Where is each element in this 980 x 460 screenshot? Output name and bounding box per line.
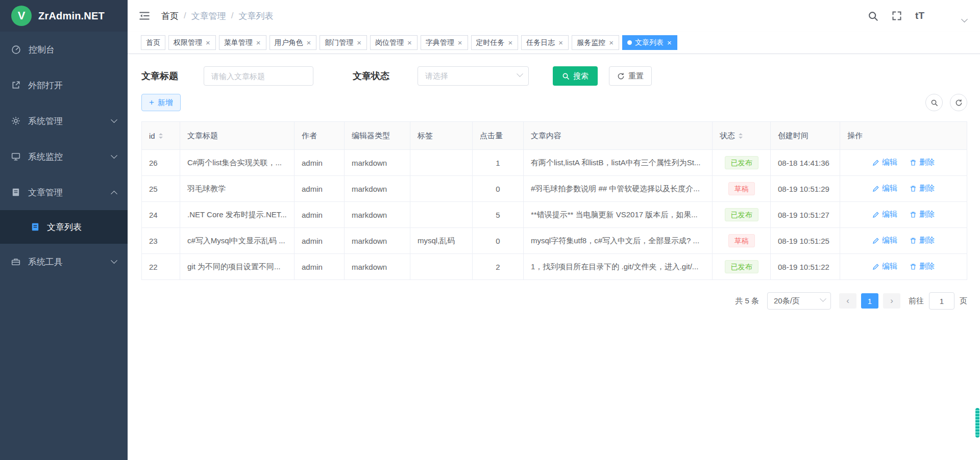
column-header[interactable]: 点击量 (473, 122, 524, 150)
font-size-icon[interactable]: tT (915, 10, 924, 21)
table-row[interactable]: 25 羽毛球教学 admin markdown 0 #羽毛球拍参数说明 ## 中… (142, 176, 967, 202)
tab[interactable]: 部门管理 × (320, 35, 367, 50)
sidebar-item-system-management[interactable]: 系统管理 (0, 103, 128, 139)
tab-label: 文章列表 (635, 38, 664, 47)
search-icon[interactable] (868, 11, 878, 21)
page-number-button[interactable]: 1 (861, 293, 878, 309)
article-title-input[interactable] (204, 66, 313, 86)
close-icon[interactable]: × (457, 39, 463, 46)
edit-button[interactable]: 编辑 (872, 210, 897, 219)
delete-label: 删除 (919, 236, 935, 245)
delete-button[interactable]: 删除 (910, 158, 935, 167)
column-header[interactable]: id (142, 122, 180, 150)
external-link-icon (11, 81, 20, 90)
column-label: 文章内容 (531, 131, 561, 141)
toggle-search-button[interactable] (925, 94, 943, 111)
breadcrumb-home[interactable]: 首页 (161, 10, 179, 22)
page-content: 文章标题 文章状态 请选择 搜索 重置 + (128, 54, 980, 460)
reset-button[interactable]: 重置 (609, 66, 652, 86)
tab[interactable]: 定时任务 × (471, 35, 519, 50)
edit-label: 编辑 (882, 158, 897, 167)
tab[interactable]: 任务日志 × (521, 35, 569, 50)
sidebar-item-external[interactable]: 外部打开 (0, 67, 128, 103)
column-header[interactable]: 创建时间 (771, 122, 840, 150)
avatar[interactable] (938, 5, 959, 27)
cell-title: 羽毛球教学 (180, 176, 295, 202)
delete-button[interactable]: 删除 (910, 236, 935, 245)
chevron-down-icon (820, 295, 826, 302)
close-icon[interactable]: × (356, 39, 362, 46)
select-placeholder: 请选择 (425, 71, 448, 81)
tab[interactable]: 菜单管理 × (219, 35, 266, 50)
next-page-button[interactable]: › (883, 293, 900, 309)
topbar: 首页 / 文章管理 / 文章列表 tT (128, 0, 980, 32)
sidebar-fold-icon[interactable] (139, 11, 150, 21)
search-button[interactable]: 搜索 (553, 66, 598, 86)
delete-button[interactable]: 删除 (910, 262, 935, 271)
close-icon[interactable]: × (256, 39, 261, 46)
sidebar-item-label: 外部打开 (28, 80, 63, 91)
tab[interactable]: 首页 (141, 35, 165, 50)
close-icon[interactable]: × (508, 39, 513, 46)
article-status-select[interactable]: 请选择 (418, 66, 529, 86)
column-header[interactable]: 操作 (840, 122, 967, 150)
edit-button[interactable]: 编辑 (872, 158, 897, 167)
cell-author: admin (295, 176, 345, 202)
page-size-select[interactable]: 20条/页 (767, 292, 831, 310)
close-icon[interactable]: × (407, 39, 412, 46)
delete-label: 删除 (919, 262, 935, 271)
sidebar-item-dashboard[interactable]: 控制台 (0, 32, 128, 67)
close-icon[interactable]: × (306, 39, 312, 46)
sidebar-subitem-article-list[interactable]: 文章列表 (0, 210, 128, 244)
close-icon[interactable]: × (205, 39, 211, 46)
add-button-label: 新增 (158, 98, 173, 108)
delete-button[interactable]: 删除 (910, 210, 935, 219)
edit-button[interactable]: 编辑 (872, 262, 897, 271)
breadcrumb-article-management[interactable]: 文章管理 (191, 10, 226, 22)
column-header[interactable]: 文章内容 (524, 122, 713, 150)
cell-created-time: 08-19 10:51:25 (771, 228, 840, 254)
sort-icon[interactable] (739, 133, 743, 139)
tab[interactable]: 文章列表 × (622, 35, 677, 50)
fullscreen-icon[interactable] (892, 11, 902, 21)
edit-button[interactable]: 编辑 (872, 184, 897, 193)
table-row[interactable]: 26 C#两个list集合实现关联，... admin markdown 1 有… (142, 150, 967, 176)
tab[interactable]: 服务监控 × (572, 35, 619, 50)
close-icon[interactable]: × (608, 39, 614, 46)
sort-icon[interactable] (159, 133, 163, 139)
scrollbar-thumb[interactable] (975, 408, 979, 438)
column-header[interactable]: 文章标题 (180, 122, 295, 150)
edit-label: 编辑 (882, 210, 897, 219)
tab[interactable]: 岗位管理 × (370, 35, 418, 50)
table-row[interactable]: 23 c#写入Mysql中文显示乱码 ... admin markdown my… (142, 228, 967, 254)
prev-page-button[interactable]: ‹ (839, 293, 856, 309)
close-icon[interactable]: × (558, 39, 564, 46)
user-menu[interactable] (938, 5, 967, 27)
delete-button[interactable]: 删除 (910, 184, 935, 193)
table-header: id 文章标题 (142, 122, 967, 150)
add-button[interactable]: + 新增 (141, 94, 181, 111)
tab[interactable]: 字典管理 × (421, 35, 468, 50)
column-header[interactable]: 编辑器类型 (345, 122, 410, 150)
cell-content: #羽毛球拍参数说明 ## 中管软硬选择以及长度介... (524, 176, 713, 202)
goto-page-input[interactable] (929, 292, 954, 310)
column-header[interactable]: 标签 (410, 122, 473, 150)
refresh-button[interactable] (950, 94, 967, 111)
sidebar-item-article-management[interactable]: 文章管理 (0, 174, 128, 210)
column-header[interactable]: 状态 (713, 122, 771, 150)
breadcrumb-article-list[interactable]: 文章列表 (238, 10, 273, 22)
table-row[interactable]: 22 git 为不同的项目设置不同... admin markdown 2 1，… (142, 254, 967, 280)
tab[interactable]: 用户角色 × (270, 35, 317, 50)
close-icon[interactable]: × (667, 39, 672, 46)
column-header[interactable]: 作者 (295, 122, 345, 150)
breadcrumb-separator: / (184, 11, 186, 21)
sidebar-item-label: 文章管理 (28, 187, 63, 198)
app-logo[interactable]: V ZrAdmin.NET (0, 0, 128, 32)
sidebar-item-system-monitor[interactable]: 系统监控 (0, 139, 128, 174)
tab[interactable]: 权限管理 × (168, 35, 216, 50)
edit-button[interactable]: 编辑 (872, 236, 897, 245)
articles-table: id 文章标题 (141, 121, 967, 280)
sidebar-item-system-tools[interactable]: 系统工具 (0, 244, 128, 279)
table-row[interactable]: 24 .NET Core 发布时提示.NET... admin markdown… (142, 202, 967, 228)
status-badge: 已发布 (725, 208, 758, 221)
